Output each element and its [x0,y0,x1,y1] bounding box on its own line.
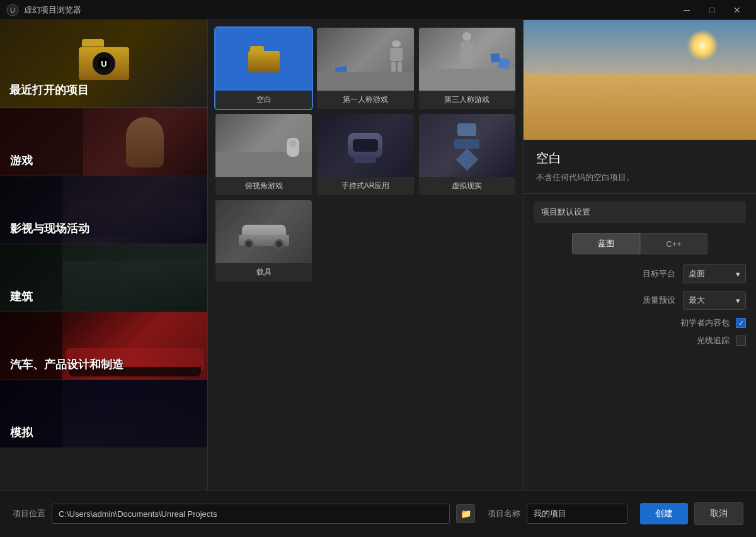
template-fps-label: 第一人称游戏 [317,91,413,109]
template-ar[interactable]: 手持式AR应用 [317,114,413,195]
location-field-group: 项目位置 📁 [13,504,475,524]
sidebar-item-game[interactable]: 游戏 [0,108,207,176]
leg1 [462,60,466,69]
template-tps[interactable]: ▼ 第三人称游戏 [419,28,515,109]
leg2 [468,60,472,69]
svg-line-9 [524,83,640,140]
starter-content-label: 初学者内容包 [680,317,730,329]
settings-area: 项目默认设置 蓝图 C++ 目标平台 桌面 ▾ 质量预设 最大 ▾ [524,194,756,490]
svg-line-11 [599,83,640,140]
quality-label: 质量预设 [643,295,675,306]
template-thumb-vr [419,114,515,177]
desert-scene [524,20,756,140]
legs [462,60,472,69]
sidebar-item-arch[interactable]: 建筑 [0,244,207,312]
main-content: U 最近打开的项目 游戏 [0,20,756,490]
svg-text:U: U [101,59,106,69]
template-topdown[interactable]: ↓ 俯视角游戏 [215,114,312,195]
titlebar-left: U 虚幻项目浏览器 [6,4,81,16]
cpp-button[interactable]: C++ [640,233,707,254]
window-controls: ─ □ ✕ [674,0,750,20]
sidebar: U 最近打开的项目 游戏 [0,20,208,490]
template-info-desc: 不含任何代码的空白项目。 [536,172,743,183]
game-bg-image [83,108,207,176]
template-thumb-fps [317,28,413,91]
code-type-selector: 蓝图 C++ [534,233,746,254]
settings-header: 项目默认设置 [534,201,746,223]
location-input[interactable] [52,504,450,524]
create-button[interactable]: 创建 [640,503,688,524]
vr-shapes [454,123,479,167]
ar-chin [354,158,376,163]
target-platform-value: 桌面 [689,268,705,280]
template-thumb-ar [317,114,413,177]
close-button[interactable]: ✕ [724,0,750,20]
svg-text:U: U [10,6,15,14]
location-label: 项目位置 [13,508,45,519]
template-thumb-topdown: ↓ [215,114,312,177]
sidebar-category-label: 影视与现场活动 [10,221,89,236]
sidebar-item-auto[interactable]: 汽车、产品设计和制造 [0,312,207,380]
quality-select[interactable]: 最大 ▾ [683,291,746,310]
sidebar-recent-label: 最近打开的项目 [9,82,89,98]
blueprint-button[interactable]: 蓝图 [572,233,640,254]
starter-content-checkbox[interactable]: ✓ [736,318,746,328]
minimize-button[interactable]: ─ [674,0,699,20]
arch-bg-image [62,244,207,312]
unreal-logo-badge: U [93,52,115,75]
project-name-input[interactable] [527,504,627,524]
template-topdown-label: 俯视角游戏 [215,177,312,195]
maximize-button[interactable]: □ [699,0,724,20]
floor [419,69,515,91]
head [289,140,297,147]
cube1 [498,58,510,70]
name-field-group: 项目名称 [488,504,627,524]
blank-folder-icon [248,46,280,72]
info-area: 空白 不含任何代码的空白项目。 [524,140,756,194]
sidebar-item-recent[interactable]: U 最近打开的项目 [0,20,207,108]
head [462,32,471,41]
vr-scene [419,114,515,177]
folder-tab [82,39,104,47]
body [390,48,403,61]
vr-shape2 [454,139,479,149]
template-thumb-tps: ▼ [419,28,515,91]
browse-folder-button[interactable]: 📁 [456,504,475,523]
target-platform-select[interactable]: 桌面 ▾ [683,264,746,283]
sidebar-item-sim[interactable]: 模拟 [0,380,207,448]
mannequin [389,40,404,72]
template-vr-label: 虚拟现实 [419,177,515,195]
template-grid-area: 空白 [208,20,523,490]
vr-shape3 [456,149,478,171]
cancel-button[interactable]: 取消 [694,502,743,525]
template-vehicle-label: 载具 [215,263,312,281]
char-body [287,138,299,157]
app-icon: U [6,4,19,16]
template-vr[interactable]: 虚拟现实 [419,114,515,195]
svg-line-10 [561,83,640,140]
template-fps[interactable]: 第一人称游戏 [317,28,413,109]
desert-grid-svg [524,20,756,139]
blank-folder-body [248,51,280,72]
car [239,218,289,246]
target-platform-row: 目标平台 桌面 ▾ [534,264,746,283]
svg-line-13 [640,83,681,140]
preview-area [524,20,756,140]
floor [317,72,413,91]
quality-value: 最大 [689,295,705,306]
recent-folder-icon: U [79,39,129,80]
wheel-right [274,239,284,249]
raytracing-checkbox[interactable] [736,336,746,346]
sidebar-item-film[interactable]: 影视与现场活动 [0,176,207,244]
action-buttons: 创建 取消 [640,502,743,525]
template-thumb-blank [215,28,312,91]
tps-char: ▼ [461,28,473,69]
titlebar: U 虚幻项目浏览器 ─ □ ✕ [0,0,756,20]
template-info-title: 空白 [536,150,743,167]
template-blank[interactable]: 空白 [215,28,312,109]
bottom-bar: 项目位置 📁 项目名称 创建 取消 [0,490,756,537]
chevron-down-icon: ▾ [736,269,740,279]
chevron-down-icon: ▾ [736,296,740,305]
template-vehicle[interactable]: 载具 [215,200,312,281]
leg2 [398,62,402,72]
